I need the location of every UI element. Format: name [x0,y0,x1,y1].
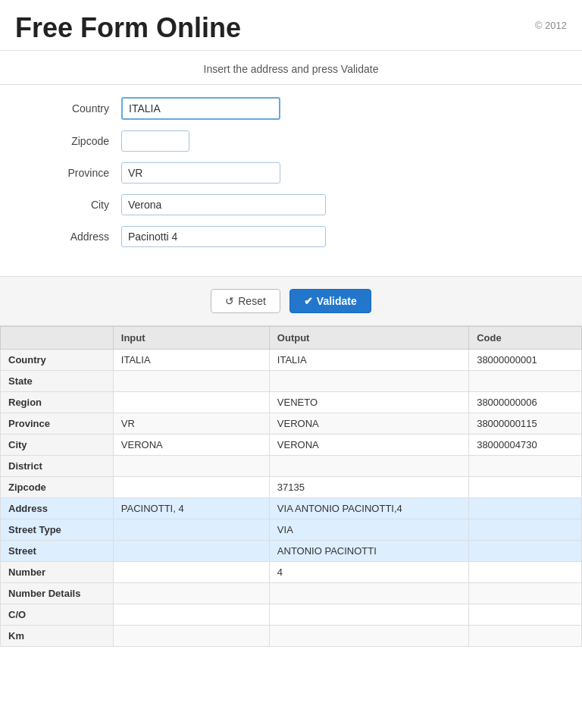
col-header-label [1,327,114,350]
row-input [113,456,269,477]
row-code [469,477,582,498]
row-input: PACINOTTI, 4 [113,498,269,519]
row-input: VR [113,413,269,435]
col-header-code: Code [469,327,582,350]
row-code [469,519,582,541]
table-row: State [1,371,582,392]
page-title: Free Form Online [15,12,241,44]
zipcode-label: Zipcode [45,135,121,147]
address-label: Address [45,231,121,243]
address-input[interactable] [121,226,326,247]
table-row: RegionVENETO38000000006 [1,392,582,413]
row-output [269,626,468,647]
row-input [113,477,269,498]
row-output [269,371,468,392]
row-output: ANTONIO PACINOTTI [269,541,468,562]
action-bar: ↺ Reset ✔ Validate [0,276,582,326]
row-input: ITALIA [113,350,269,371]
country-input[interactable] [121,97,280,120]
address-form: Country Zipcode Province City Address [0,85,582,270]
row-label: Number [1,562,114,583]
row-label: Country [1,350,114,371]
col-header-input: Input [113,327,269,350]
row-code [469,583,582,604]
province-label: Province [45,167,121,179]
row-label: City [1,435,114,456]
table-row: Zipcode37135 [1,477,582,498]
row-label: District [1,456,114,477]
row-code [469,541,582,562]
row-input: VERONA [113,435,269,456]
row-label: Region [1,392,114,413]
zipcode-input[interactable] [121,130,189,152]
row-input [113,371,269,392]
table-header-row: Input Output Code [1,327,582,350]
row-output: ITALIA [269,350,468,371]
row-output [269,583,468,604]
city-label: City [45,199,121,211]
validate-button[interactable]: ✔ Validate [289,289,371,313]
results-table: Input Output Code CountryITALIAITALIA380… [0,326,582,647]
table-row: Number Details [1,583,582,604]
row-input [113,519,269,541]
validate-icon: ✔ [304,295,313,307]
row-code: 38000004730 [469,435,582,456]
validate-label: Validate [317,295,357,307]
col-header-output: Output [269,327,468,350]
row-code [469,604,582,626]
city-row: City [45,194,537,215]
row-code [469,626,582,647]
table-row: District [1,456,582,477]
province-input[interactable] [121,162,280,184]
row-label: Number Details [1,583,114,604]
row-input [113,604,269,626]
table-row: StreetANTONIO PACINOTTI [1,541,582,562]
table-row: CityVERONAVERONA38000004730 [1,435,582,456]
row-label: Zipcode [1,477,114,498]
row-output: VIA [269,519,468,541]
reset-icon: ↺ [225,295,234,307]
row-label: Address [1,498,114,519]
row-label: Street Type [1,519,114,541]
row-output: VERONA [269,435,468,456]
table-row: Number4 [1,562,582,583]
row-input [113,562,269,583]
row-input [113,541,269,562]
row-output: 37135 [269,477,468,498]
row-code [469,456,582,477]
row-code [469,371,582,392]
table-row: Km [1,626,582,647]
row-output [269,604,468,626]
table-row: ProvinceVRVERONA38000000115 [1,413,582,435]
row-input [113,626,269,647]
row-label: C/O [1,604,114,626]
row-label: State [1,371,114,392]
row-code: 38000000001 [469,350,582,371]
address-row: Address [45,226,537,247]
row-output: 4 [269,562,468,583]
copyright-text: © 2012 [535,20,567,31]
row-code [469,498,582,519]
table-row: AddressPACINOTTI, 4VIA ANTONIO PACINOTTI… [1,498,582,519]
page-header: Free Form Online © 2012 [0,0,582,51]
table-row: C/O [1,604,582,626]
province-row: Province [45,162,537,184]
row-label: Street [1,541,114,562]
reset-label: Reset [238,295,266,307]
row-input [113,392,269,413]
table-row: Street TypeVIA [1,519,582,541]
form-subtitle: Insert the address and press Validate [0,51,582,85]
row-label: Km [1,626,114,647]
country-label: Country [45,102,121,115]
country-row: Country [45,97,537,120]
row-label: Province [1,413,114,435]
row-output: VERONA [269,413,468,435]
reset-button[interactable]: ↺ Reset [211,289,280,313]
row-code: 38000000115 [469,413,582,435]
row-output: VENETO [269,392,468,413]
row-code [469,562,582,583]
city-input[interactable] [121,194,326,215]
zipcode-row: Zipcode [45,130,537,152]
row-input [113,583,269,604]
row-output: VIA ANTONIO PACINOTTI,4 [269,498,468,519]
